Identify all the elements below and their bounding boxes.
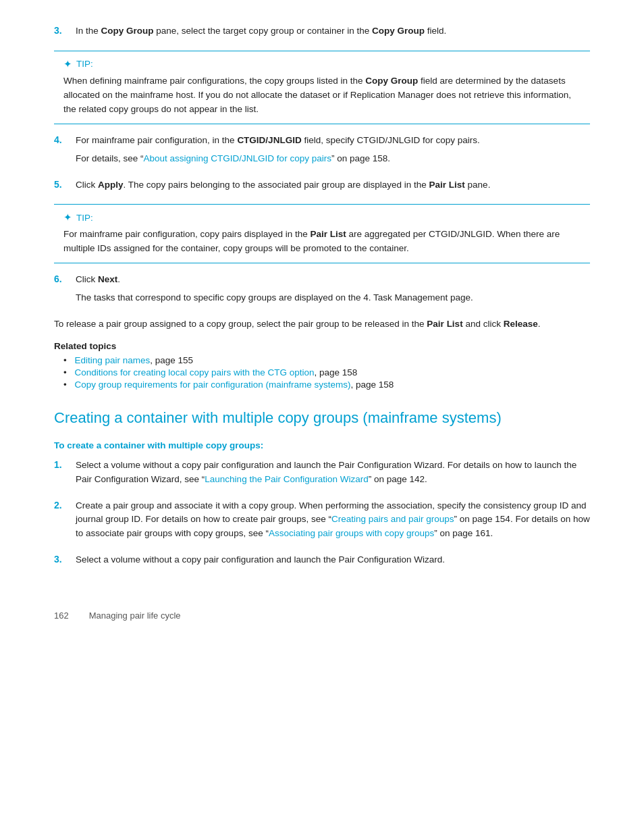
related-topics-title: Related topics — [54, 341, 590, 351]
page-content: 3. In the Copy Group pane, select the ta… — [0, 0, 644, 661]
step-4-line2: For details, see “About assigning CTGID/… — [76, 152, 590, 166]
step-num-3-top: 3. — [54, 24, 76, 36]
footer-section-label: Managing pair life cycle — [89, 610, 181, 621]
tip-header-1: ✦ TIP: — [63, 58, 581, 70]
ctgid-link[interactable]: About assigning CTGID/JNLGID for copy pa… — [144, 153, 331, 163]
tip-icon-1: ✦ — [63, 58, 72, 70]
related-link-3[interactable]: Copy group requirements for pair configu… — [75, 380, 351, 390]
tip-icon-2: ✦ — [63, 211, 72, 224]
step-4-line1: For mainframe pair configuration, in the… — [76, 134, 590, 148]
section-heading: Creating a container with multiple copy … — [54, 409, 590, 428]
section-step-num-3: 3. — [54, 553, 76, 565]
related-link-3-suffix: , page 158 — [350, 380, 394, 390]
tip-label-1: TIP: — [76, 59, 93, 69]
section-step-3-text: Select a volume without a copy pair conf… — [76, 553, 590, 567]
tip-box-2: ✦ TIP: For mainframe pair configuration,… — [54, 204, 590, 263]
tip-body-1: When defining mainframe pair configurati… — [63, 74, 581, 117]
section-sub-heading: To create a container with multiple copy… — [54, 440, 590, 450]
section-step-2-content: Create a pair group and associate it wit… — [76, 499, 590, 544]
section-step-1-content: Select a volume without a copy pair conf… — [76, 459, 590, 490]
footer-page-number: 162 — [54, 610, 69, 621]
step-5: 5. Click Apply. The copy pairs belonging… — [54, 178, 590, 195]
step-4-content: For mainframe pair configuration, in the… — [76, 134, 590, 169]
related-link-1-suffix: , page 155 — [150, 355, 193, 365]
step-5-line1: Click Apply. The copy pairs belonging to… — [76, 178, 590, 192]
section-step-num-2: 2. — [54, 499, 76, 511]
step-num-5: 5. — [54, 178, 76, 190]
tip-header-2: ✦ TIP: — [63, 211, 581, 224]
section-step-3-content: Select a volume without a copy pair conf… — [76, 553, 590, 570]
step-4: 4. For mainframe pair configuration, in … — [54, 134, 590, 169]
related-topic-item-2: Conditions for creating local copy pairs… — [63, 367, 590, 377]
page-footer: 162 Managing pair life cycle — [54, 610, 590, 621]
release-paragraph: To release a pair group assigned to a co… — [54, 317, 590, 332]
step-num-4: 4. — [54, 134, 76, 145]
section-step-2: 2. Create a pair group and associate it … — [54, 499, 590, 544]
tip-box-1: ✦ TIP: When defining mainframe pair conf… — [54, 51, 590, 124]
section-step-1-text: Select a volume without a copy pair conf… — [76, 459, 590, 487]
step-6: 6. Click Next. The tasks that correspond… — [54, 273, 590, 308]
step-6-line2: The tasks that correspond to specific co… — [76, 291, 590, 305]
launch-wizard-link[interactable]: Launching the Pair Configuration Wizard — [205, 474, 368, 484]
related-link-2[interactable]: Conditions for creating local copy pairs… — [75, 367, 315, 377]
related-link-1[interactable]: Editing pair names — [75, 355, 151, 365]
step-6-content: Click Next. The tasks that correspond to… — [76, 273, 590, 308]
related-link-2-suffix: , page 158 — [314, 367, 357, 377]
related-topic-item-3: Copy group requirements for pair configu… — [63, 380, 590, 390]
associating-pairs-link[interactable]: Associating pair groups with copy groups — [269, 528, 434, 538]
tip-body-2: For mainframe pair configuration, copy p… — [63, 228, 581, 256]
step-5-content: Click Apply. The copy pairs belonging to… — [76, 178, 590, 195]
section-step-1: 1. Select a volume without a copy pair c… — [54, 459, 590, 490]
step-6-line1: Click Next. — [76, 273, 590, 287]
creating-pairs-link[interactable]: Creating pairs and pair groups — [331, 514, 454, 524]
section-step-2-text: Create a pair group and associate it wit… — [76, 499, 590, 542]
step-3-top-text: In the Copy Group pane, select the targe… — [76, 24, 590, 38]
related-topics: Related topics Editing pair names, page … — [54, 341, 590, 390]
section-step-3: 3. Select a volume without a copy pair c… — [54, 553, 590, 570]
section-step-num-1: 1. — [54, 459, 76, 470]
step-num-6: 6. — [54, 273, 76, 284]
related-topic-item-1: Editing pair names, page 155 — [63, 355, 590, 365]
step-3-top: 3. In the Copy Group pane, select the ta… — [54, 24, 590, 41]
related-topics-list: Editing pair names, page 155 Conditions … — [54, 355, 590, 390]
tip-label-2: TIP: — [76, 213, 93, 223]
step-3-top-content: In the Copy Group pane, select the targe… — [76, 24, 590, 41]
